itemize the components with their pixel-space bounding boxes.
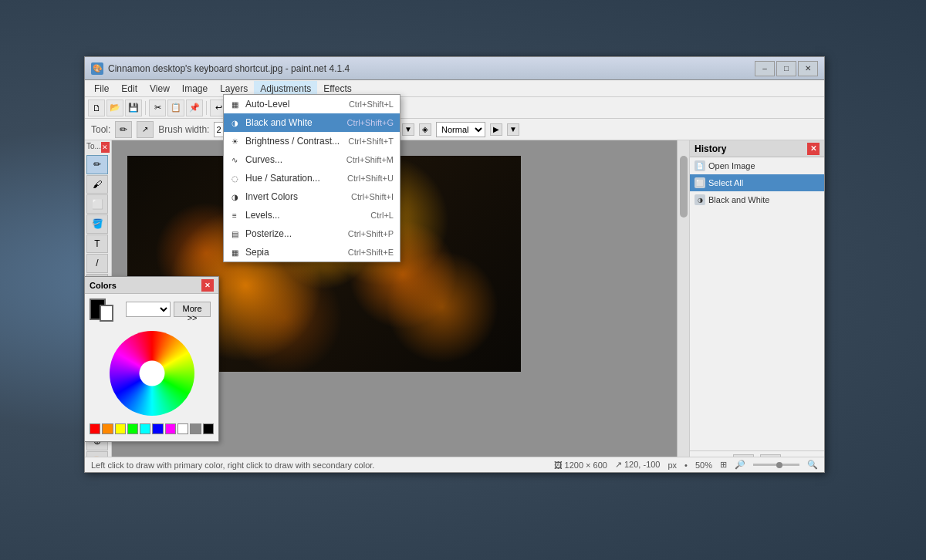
cursor-position: ↗ 120, -100: [615, 460, 661, 470]
zoom-out-icon[interactable]: 🔎: [735, 460, 745, 470]
swatch-blue[interactable]: [152, 423, 163, 434]
tool-fill[interactable]: 🪣: [86, 214, 108, 234]
copy-button[interactable]: 📋: [167, 100, 184, 116]
auto-level-icon: ▦: [228, 98, 241, 110]
v-scrollbar-thumb[interactable]: [680, 156, 688, 218]
toolbox-header: To... ✕: [86, 142, 110, 153]
menu-item-sepia[interactable]: ▦ Sepia Ctrl+Shift+E: [224, 243, 400, 261]
color-mode-select[interactable]: [126, 302, 171, 317]
current-tool-icon[interactable]: ✏: [115, 121, 132, 138]
zoom-thumb[interactable]: [776, 462, 782, 468]
menu-edit[interactable]: Edit: [115, 81, 144, 96]
more-colors-btn[interactable]: More >>: [174, 302, 211, 317]
curves-icon: ∿: [228, 153, 241, 166]
colors-panel: Colors ✕ More >>: [84, 276, 219, 442]
menu-item-black-white[interactable]: ◑ Black and White Ctrl+Shift+G: [224, 113, 400, 132]
menu-file[interactable]: File: [88, 81, 115, 96]
history-item-bw[interactable]: ◑ Black and White: [690, 191, 824, 208]
menu-view[interactable]: View: [144, 81, 176, 96]
swatch-magenta[interactable]: [165, 423, 176, 434]
toolbar: 🗋 📂 💾 ✂ 📋 📌 ↩ ↪ ⬜ ▣ 🔍 🔎: [85, 97, 824, 119]
tool-eraser[interactable]: ⬜: [86, 194, 108, 214]
history-item-open-image[interactable]: 📄 Open Image: [690, 157, 824, 174]
color-swatches-row: [85, 422, 218, 436]
black-white-shortcut: Ctrl+Shift+G: [346, 118, 394, 127]
separator-dot: •: [684, 460, 688, 470]
secondary-color-swatch[interactable]: [100, 305, 113, 322]
blend-arrow-icon[interactable]: ▶: [490, 123, 502, 136]
history-label-bw: Black and White: [708, 195, 769, 204]
close-button[interactable]: ✕: [798, 61, 818, 76]
zoom-fit-icon[interactable]: ⊞: [720, 460, 727, 470]
save-button[interactable]: 💾: [125, 100, 142, 116]
minimize-button[interactable]: –: [755, 61, 775, 76]
swatch-orange[interactable]: [102, 423, 113, 434]
sepia-label: Sepia: [245, 247, 269, 258]
unit-display: px: [667, 460, 677, 470]
image-dimensions: 1200 × 600: [565, 460, 607, 470]
color-wheel[interactable]: [110, 331, 194, 416]
blend-options-icon[interactable]: ▼: [507, 123, 519, 136]
hue-icon: ◌: [228, 172, 241, 184]
toolbox-close-btn[interactable]: ✕: [101, 142, 110, 153]
swatch-gray[interactable]: [190, 423, 201, 434]
brightness-label: Brightness / Contrast...: [245, 136, 340, 147]
history-icon-select: ⬜: [694, 177, 705, 188]
zoom-slider[interactable]: [753, 464, 799, 466]
paste-button[interactable]: 📌: [186, 100, 203, 116]
swatch-yellow[interactable]: [115, 423, 126, 434]
menu-item-auto-level[interactable]: ▦ Auto-Level Ctrl+Shift+L: [224, 95, 400, 113]
toolbox-label: To...: [86, 142, 101, 153]
history-icon-bw: ◑: [694, 194, 705, 205]
vertical-scrollbar[interactable]: [677, 140, 689, 460]
status-message: Left click to draw with primary color, r…: [91, 460, 545, 470]
swatch-green[interactable]: [127, 423, 138, 434]
history-item-select-all[interactable]: ⬜ Select All: [690, 174, 824, 191]
menu-item-invert-colors[interactable]: ◑ Invert Colors Ctrl+Shift+I: [224, 187, 400, 206]
tool-subtype-icon[interactable]: ↗: [137, 121, 154, 138]
tool-pencil[interactable]: ✏: [86, 155, 108, 174]
menu-item-curves[interactable]: ∿ Curves... Ctrl+Shift+M: [224, 150, 400, 169]
blend-mode-select[interactable]: Normal Multiply Screen: [436, 122, 485, 137]
menu-item-posterize[interactable]: ▤ Posterize... Ctrl+Shift+P: [224, 224, 400, 243]
menu-bar: File Edit View Image Layers Adjustments …: [85, 80, 824, 97]
fill-icon2[interactable]: ◈: [419, 123, 431, 136]
invert-label: Invert Colors: [245, 191, 298, 202]
swatch-red[interactable]: [90, 423, 100, 434]
color-wheel-selector[interactable]: [144, 374, 151, 382]
colors-panel-header: Colors ✕: [85, 277, 218, 294]
app-icon: 🎨: [91, 62, 103, 75]
auto-level-shortcut: Ctrl+Shift+L: [349, 100, 394, 109]
invert-icon: ◑: [228, 191, 241, 203]
cut-button[interactable]: ✂: [149, 100, 166, 116]
tool-text[interactable]: T: [86, 234, 108, 254]
open-button[interactable]: 📂: [106, 100, 123, 116]
tool-paintbrush[interactable]: 🖌: [86, 175, 108, 194]
sepia-icon: ▦: [228, 246, 241, 258]
new-button[interactable]: 🗋: [88, 100, 105, 116]
menu-image[interactable]: Image: [176, 81, 214, 96]
maximize-button[interactable]: □: [776, 61, 796, 76]
tool-line[interactable]: /: [86, 254, 108, 273]
menu-item-brightness-contrast[interactable]: ☀ Brightness / Contrast... Ctrl+Shift+T: [224, 132, 400, 150]
swatch-cyan[interactable]: [140, 423, 150, 434]
levels-label: Levels...: [245, 210, 280, 221]
title-bar: 🎨 Cinnamon desktop's keyboard shortcut.j…: [85, 57, 824, 80]
history-close-btn[interactable]: ✕: [807, 143, 820, 155]
swatch-white[interactable]: [177, 423, 188, 434]
status-bar: Left click to draw with primary color, r…: [85, 457, 824, 472]
zoom-in-icon[interactable]: 🔍: [807, 460, 818, 470]
levels-shortcut: Ctrl+L: [370, 211, 394, 220]
menu-item-hue-saturation[interactable]: ◌ Hue / Saturation... Ctrl+Shift+U: [224, 169, 400, 187]
posterize-icon: ▤: [228, 228, 241, 240]
swatch-black[interactable]: [203, 423, 214, 434]
fill-options-icon[interactable]: ▼: [402, 123, 414, 136]
curves-shortcut: Ctrl+Shift+M: [346, 155, 394, 164]
menu-item-levels[interactable]: ≡ Levels... Ctrl+L: [224, 206, 400, 224]
tool-label: Tool:: [91, 124, 110, 135]
colors-close-btn[interactable]: ✕: [201, 279, 214, 292]
brightness-shortcut: Ctrl+Shift+T: [348, 137, 394, 146]
tool-options-bar: Tool: ✏ ↗ Brush width: − + 🔗 Fill: Solid…: [85, 119, 824, 140]
brightness-icon: ☀: [228, 135, 241, 147]
hue-label: Hue / Saturation...: [245, 173, 320, 184]
